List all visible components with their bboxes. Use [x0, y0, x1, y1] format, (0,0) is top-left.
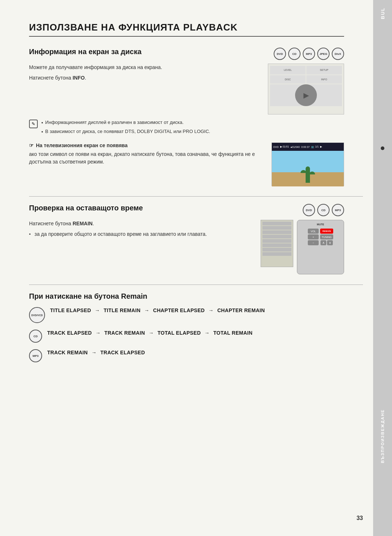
remain-flow-1: TITLE ELAPSED → TITLE REMAIN → CHAPTER E… [50, 306, 265, 315]
disc-icon-mp3-2: MP3 [332, 204, 344, 216]
disc-icon-dvd-2: DVD [303, 204, 315, 216]
section2-right: MUTE VOL + − REMAIN TUNING [261, 220, 344, 274]
section-header: Информация на екран за диска DVD CD MP3 … [29, 48, 344, 60]
remain-flow-2: TRACK ELAPSED → TRACK REMAIN → TOTAL ELA… [47, 329, 253, 338]
cactus-arm-right [309, 172, 315, 174]
section1-title: Информация на екран за диска [29, 48, 142, 56]
panel-mock [261, 220, 293, 267]
cactus-arm-left [301, 170, 306, 173]
section-remain-check: Проверка на оставащото време DVD CD MP3 … [29, 204, 344, 274]
sub-section-tv: ☞ На телевизионния екран се появява ако … [29, 142, 344, 186]
note-item-1: ▪ Информационният дисплей е различен в з… [41, 119, 210, 126]
section1-body1: Можете да получавате информация за диска… [29, 64, 261, 71]
cactus-image: DVD ▶ 01/01 ●01/040 0:00:37 📺 1/1 ▶ [271, 142, 344, 186]
divider-2 [29, 285, 363, 285]
remain-row-3: MP3 TRACK REMAIN → TRACK ELAPSED [29, 348, 363, 362]
sub-section-right: DVD ▶ 01/01 ●01/040 0:00:37 📺 1/1 ▶ [271, 142, 344, 186]
section-remain-press: При натискане на бутона Remain DVD/VCD T… [29, 292, 363, 362]
section1-left: Можете да получавате информация за диска… [29, 64, 261, 85]
sidebar-dot [381, 146, 384, 150]
section1-body2-bold: INFO [73, 75, 85, 81]
section1-content: Можете да получавате информация за диска… [29, 64, 344, 114]
remain-row-1: DVD/VCD TITLE ELAPSED → TITLE REMAIN → C… [29, 306, 363, 323]
remain-flow-3: TRACK REMAIN → TRACK ELAPSED [47, 348, 145, 357]
disc-icon-jpeg: JPEG [317, 48, 330, 60]
disc-icon-cd-2: CD [317, 204, 330, 216]
note-box-1: ✎ ▪ Информационният дисплей е различен в… [29, 119, 344, 137]
section2-title: Проверка на оставащото време [29, 204, 143, 212]
disc-icons-row-2: DVD CD MP3 [303, 204, 344, 216]
remain-row-2: CD TRACK ELAPSED → TRACK REMAIN → TOTAL … [29, 329, 363, 343]
page-title: ИЗПОЛЗВАНЕ НА ФУНКЦИЯТА PLAYBACK [29, 22, 344, 37]
disc-icons-row-1: DVD CD MP3 JPEG DivX [274, 48, 344, 60]
section1-body2: Натиснете бутона INFO. [29, 74, 261, 82]
remain-icon-cd: CD [29, 330, 42, 343]
page-number: 33 [356, 515, 363, 521]
disc-icon-cd: CD [288, 48, 301, 60]
remain-icon-dvd: DVD/VCD [29, 307, 45, 323]
section2-header: Проверка на оставащото време DVD CD MP3 [29, 204, 344, 216]
section2-bullet: • за да проверите общото и оставащото вр… [29, 230, 253, 238]
sub-section-left: ☞ На телевизионния екран се появява ако … [29, 142, 264, 169]
section3-title: При натискане на бутона Remain [29, 292, 363, 301]
sidebar-top-label: BUL [380, 7, 385, 19]
cactus-body [306, 166, 310, 183]
page: BUL ВЪЗПРОИЗВЕЖДАНЕ ИЗПОЛЗВАНЕ НА ФУНКЦИ… [0, 0, 392, 536]
remain-icon-mp3: MP3 [29, 349, 42, 362]
note-icon: ✎ [29, 120, 38, 128]
sidebar-bottom-label: ВЪЗПРОИЗВЕЖДАНЕ [380, 409, 385, 463]
section1-body2-suffix: . [85, 75, 86, 81]
note-item-2: ▪ В зависимост от диска, се появяват DTS… [41, 128, 210, 136]
disc-icon-dvd: DVD [274, 48, 286, 60]
screenshot-mock-1: LEVEL SETUP DISC INFO ▶ [268, 64, 344, 114]
status-bar: DVD ▶ 01/01 ●01/040 0:00:37 📺 1/1 ▶ [272, 143, 344, 151]
section2-images: MUTE VOL + − REMAIN TUNING [261, 220, 344, 274]
section1-right: LEVEL SETUP DISC INFO ▶ [268, 64, 344, 114]
remote-mock: MUTE VOL + − REMAIN TUNING [297, 220, 344, 274]
sub-section-body: ако този символ се появи на екран, докат… [29, 150, 264, 166]
section1-body2-prefix: Натиснете бутона [29, 75, 73, 81]
section2-left: Натиснете бутона REMAIN. • за да провери… [29, 220, 253, 238]
sidebar: BUL ВЪЗПРОИЗВЕЖДАНЕ [373, 0, 392, 536]
section-disc-info: Информация на екран за диска DVD CD MP3 … [29, 48, 344, 186]
sub-section-title: ☞ На телевизионния екран се появява [29, 142, 264, 148]
disc-icon-divx: DivX [332, 48, 344, 60]
hand-icon: ☞ [29, 142, 34, 148]
section2-content: Натиснете бутона REMAIN. • за да провери… [29, 220, 344, 274]
disc-icon-mp3: MP3 [303, 48, 315, 60]
divider-1 [29, 196, 363, 197]
note-content: ▪ Информационният дисплей е различен в з… [41, 119, 210, 137]
section2-body1: Натиснете бутона REMAIN. [29, 220, 253, 227]
cactus-bg [272, 151, 344, 186]
sub-section-content: ☞ На телевизионния екран се появява ако … [29, 142, 344, 186]
